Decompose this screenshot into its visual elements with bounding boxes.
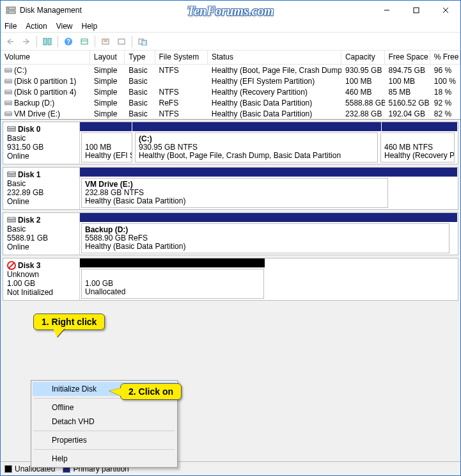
volume-row[interactable]: (C:)SimpleBasicNTFSHealthy (Boot, Page F…	[1, 65, 460, 75]
svg-point-35	[7, 217, 16, 219]
show-hide-button[interactable]	[40, 35, 54, 49]
disk-row-3[interactable]: Disk 3 Unknown 1.00 GB Not Initialized 1…	[3, 258, 458, 301]
volume-status: Healthy (EFI System Partition)	[208, 77, 341, 86]
partition-status: Healthy (Recovery Partit	[384, 152, 451, 160]
col-volume[interactable]: Volume	[1, 51, 90, 64]
partition-cell[interactable]: 460 MB NTFSHealthy (Recovery Partit	[380, 132, 455, 163]
svg-point-25	[4, 90, 12, 92]
col-capacity[interactable]: Capacity	[341, 51, 385, 64]
volume-fs: ReFS	[155, 99, 208, 107]
volume-capacity: 460 MB	[341, 88, 385, 97]
volume-list: Volume Layout Type File System Status Ca…	[1, 51, 460, 120]
maximize-button[interactable]	[402, 1, 431, 20]
disk-state: Online	[7, 242, 75, 251]
disk-state: Online	[7, 197, 75, 206]
toolbar: ?	[1, 33, 460, 51]
minimize-button[interactable]	[372, 1, 402, 20]
svg-point-2	[8, 8, 9, 9]
disk-icon	[7, 171, 16, 178]
disk-size: 232.89 GB	[7, 188, 75, 197]
toolbar-separator	[95, 36, 95, 47]
disk-type: Basic	[7, 225, 75, 234]
disk-name: Disk 2	[18, 216, 40, 225]
disk-name: Disk 0	[18, 125, 40, 134]
partition-status: Healthy (Basic Data Partition)	[85, 197, 384, 205]
menu-help[interactable]: Help	[33, 452, 176, 466]
col-layout[interactable]: Layout	[90, 51, 125, 64]
volume-type: Basic	[125, 99, 155, 107]
volume-row[interactable]: VM Drive (E:)SimpleBasicNTFSHealthy (Bas…	[1, 108, 460, 119]
volume-layout: Simple	[90, 109, 125, 118]
volume-free: 85 MB	[385, 88, 430, 97]
menu-view[interactable]: View	[56, 22, 73, 31]
partition-status: Healthy (EFI Syste	[85, 152, 129, 160]
partition-cell[interactable]: Backup (D:)5588.90 GB ReFSHealthy (Basic…	[81, 223, 449, 253]
partition-cell[interactable]: VM Drive (E:)232.88 GB NTFSHealthy (Basi…	[81, 178, 388, 208]
disk-info: Disk 0Basic931.50 GBOnline	[3, 122, 80, 164]
disk-info: Disk 2Basic5588.91 GBOnline	[3, 213, 80, 255]
svg-point-31	[7, 126, 16, 129]
settings-button[interactable]	[98, 35, 113, 49]
menu-help[interactable]: Help	[82, 22, 98, 31]
volume-status: Healthy (Boot, Page File, Crash Dump, ..…	[208, 66, 341, 75]
refresh-button[interactable]	[77, 35, 91, 49]
partition-cell[interactable]: (C:)930.95 GB NTFSHealthy (Boot, Page Fi…	[135, 132, 378, 163]
titlebar: Disk Management	[1, 1, 460, 20]
disk-size: 931.50 GB	[7, 143, 75, 152]
menu-action[interactable]: Action	[26, 22, 47, 31]
svg-point-29	[4, 111, 12, 114]
menu-file[interactable]: File	[4, 22, 17, 31]
volume-pct: 18 %	[430, 88, 460, 97]
svg-rect-17	[118, 39, 125, 44]
column-headers: Volume Layout Type File System Status Ca…	[1, 51, 460, 65]
partition-unallocated[interactable]: 1.00 GB Unallocated	[81, 269, 264, 299]
col-status[interactable]: Status	[208, 51, 341, 64]
svg-point-23	[4, 79, 12, 81]
menu-detach-vhd[interactable]: Detach VHD	[33, 415, 176, 429]
volume-name: (Disk 0 partition 4)	[1, 88, 90, 97]
volume-layout: Simple	[90, 99, 125, 107]
disk-size: 1.00 GB	[7, 279, 75, 288]
disk-type: Unknown	[7, 270, 75, 279]
partition-cell[interactable]: 100 MBHealthy (EFI Syste	[81, 132, 132, 163]
volume-type: Basic	[125, 66, 155, 75]
disk-row-1[interactable]: Disk 1Basic232.89 GBOnlineVM Drive (E:)2…	[3, 167, 458, 210]
volume-type: Basic	[125, 88, 155, 97]
window-title: Disk Management	[20, 6, 372, 15]
close-button[interactable]	[431, 1, 460, 20]
menubar: File Action View Help	[1, 20, 460, 33]
volume-fs: NTFS	[155, 66, 208, 75]
volume-layout: Simple	[90, 77, 125, 86]
volume-row[interactable]: (Disk 0 partition 4)SimpleBasicNTFSHealt…	[1, 86, 460, 97]
svg-rect-8	[43, 38, 47, 45]
volume-pct: 100 %	[430, 77, 460, 86]
col-pct[interactable]: % Free	[430, 51, 460, 64]
disk-row-2[interactable]: Disk 2Basic5588.91 GBOnlineBackup (D:)55…	[3, 212, 458, 255]
help-button[interactable]: ?	[61, 35, 75, 49]
col-type[interactable]: Type	[125, 51, 155, 64]
svg-point-21	[4, 68, 12, 70]
volume-row[interactable]: Backup (D:)SimpleBasicReFSHealthy (Basic…	[1, 97, 460, 108]
col-filesystem[interactable]: File System	[155, 51, 208, 64]
volume-free: 100 MB	[385, 77, 430, 86]
svg-rect-19	[142, 40, 146, 45]
volume-free: 894.75 GB	[385, 66, 430, 75]
volume-row[interactable]: (Disk 0 partition 1)SimpleBasicHealthy (…	[1, 75, 460, 86]
menu-properties[interactable]: Properties	[33, 433, 176, 447]
volume-fs: NTFS	[155, 109, 208, 118]
volume-type: Basic	[125, 77, 155, 86]
disk-type: Basic	[7, 179, 75, 188]
col-free[interactable]: Free Space	[385, 51, 430, 64]
toolbar-separator	[36, 36, 37, 47]
disk-state: Online	[7, 152, 75, 161]
disk-row-0[interactable]: Disk 0Basic931.50 GBOnline 100 MBHealthy…	[3, 122, 458, 164]
volume-free: 192.04 GB	[385, 109, 430, 118]
disk-icon	[7, 126, 16, 132]
list-button[interactable]	[114, 35, 129, 49]
properties-button[interactable]	[136, 35, 150, 49]
disk-info: Disk 1Basic232.89 GBOnline	[3, 168, 80, 209]
back-button	[3, 35, 17, 49]
menu-offline[interactable]: Offline	[33, 401, 176, 415]
svg-point-33	[7, 171, 16, 174]
toolbar-separator	[132, 36, 132, 47]
